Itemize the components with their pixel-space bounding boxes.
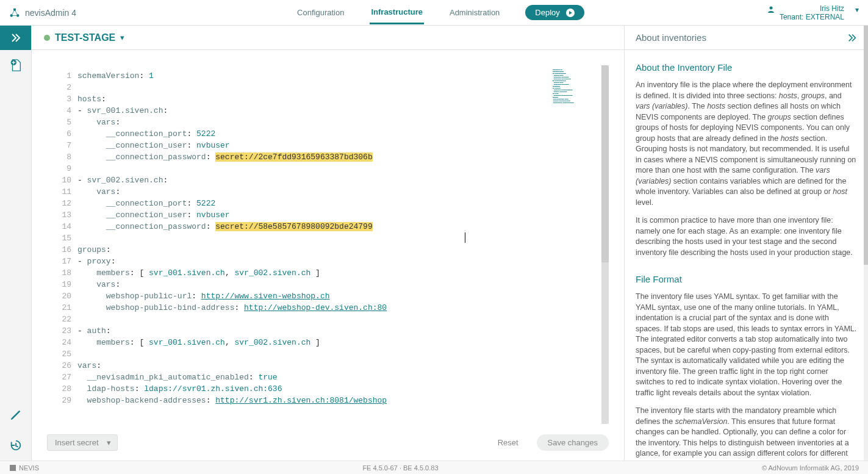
help-p3: The inventory file uses YAML syntax. To … (636, 292, 857, 398)
nav-infrastructure[interactable]: Infrastructure (370, 1, 424, 24)
inventory-tab[interactable]: TEST-STAGE (55, 32, 115, 43)
code-line[interactable]: __connection_user: nvbuser (77, 209, 548, 221)
help-p1: An inventory file is the place where the… (636, 80, 857, 208)
chevron-down-icon: ▾ (855, 5, 859, 14)
help-title: About inventories (636, 32, 706, 43)
footer-brand: NEVIS (9, 464, 39, 472)
chevron-right-double-icon[interactable] (847, 33, 857, 43)
reset-button[interactable]: Reset (489, 434, 527, 451)
code-line[interactable]: vars: (77, 117, 548, 128)
footer: NEVIS FE 4.5.0-67 · BE 4.5.0.83 © AdNovu… (0, 461, 868, 474)
minimap[interactable]: ▬▬▬▬ ▬▬▬▬▬▬▬▬ ▬▬▬▬▬▬ ▬▬▬ ▬▬ ▬▬▬▬ ▬▬▬▬ ▬▬… (548, 65, 609, 424)
code-line[interactable]: webshop-backend-addresses: http://svr1.z… (77, 395, 548, 406)
editor-action-bar: Insert secret Reset Save changes (32, 424, 624, 461)
nav-administration[interactable]: Administration (448, 2, 501, 23)
code-line[interactable]: __connection_user: nvbuser (77, 140, 548, 151)
code-line[interactable]: __connection_port: 5222 (77, 198, 548, 209)
logo-cluster: nevisAdmin 4 (9, 7, 113, 18)
line-gutter: 1234567891011121314151617181920212223242… (47, 65, 77, 424)
scroll-thumb[interactable] (864, 26, 868, 265)
code-line[interactable]: schemaVersion: 1 (77, 70, 548, 82)
code-line[interactable]: members: [ svr_001.siven.ch, svr_002.siv… (77, 337, 548, 348)
app-name: nevisAdmin 4 (25, 8, 76, 18)
code-content[interactable]: schemaVersion: 1hosts:- svr_001.siven.ch… (77, 65, 548, 424)
code-line[interactable]: vars: (77, 186, 548, 198)
primary-nav: Configuration Infrastructure Administrat… (113, 1, 767, 24)
page-scrollbar[interactable] (864, 26, 868, 461)
help-p2: It is common practice to have more than … (636, 215, 857, 258)
insert-secret-dropdown[interactable]: Insert secret (47, 434, 118, 451)
help-p4: The inventory file starts with the manda… (636, 406, 857, 461)
person-icon (767, 5, 775, 13)
code-line[interactable] (77, 314, 548, 325)
code-line[interactable]: - proxy: (77, 256, 548, 267)
pencil-icon (9, 408, 23, 422)
code-line[interactable]: webshop-public-url: http://www.siven-web… (77, 290, 548, 302)
nav-configuration[interactable]: Configuration (296, 2, 345, 23)
code-line[interactable]: members: [ svr_001.siven.ch, svr_002.siv… (77, 267, 548, 279)
help-h1: About the Inventory File (636, 61, 857, 74)
user-name: Iris Hitz (780, 4, 844, 13)
chevron-down-icon[interactable]: ▾ (120, 33, 124, 42)
code-line[interactable]: groups: (77, 244, 548, 256)
center-column: TEST-STAGE ▾ 123456789101112131415161718… (32, 26, 624, 461)
svg-point-3 (769, 6, 772, 9)
help-body: About the Inventory File An inventory fi… (625, 50, 868, 461)
user-tenant: Tenant: EXTERNAL (780, 13, 844, 21)
code-line[interactable] (77, 163, 548, 174)
code-line[interactable]: __connection_password: secret://58e58576… (77, 221, 548, 232)
minimap-preview: ▬▬▬▬ ▬▬▬▬▬▬▬▬ ▬▬▬▬▬▬ ▬▬▬ ▬▬ ▬▬▬▬ ▬▬▬▬ ▬▬… (553, 69, 604, 106)
text-cursor-icon (465, 232, 465, 243)
header: nevisAdmin 4 Configuration Infrastructur… (0, 0, 868, 26)
code-line[interactable]: hosts: (77, 93, 548, 105)
expand-rail-button[interactable] (0, 26, 31, 50)
footer-copyright: © AdNovum Informatik AG, 2019 (762, 464, 859, 472)
help-panel: About inventories About the Inventory Fi… (624, 26, 868, 461)
chevron-right-double-icon (10, 32, 21, 43)
brand-icon (9, 464, 16, 472)
main: TEST-STAGE ▾ 123456789101112131415161718… (0, 26, 868, 461)
deploy-button[interactable]: Deploy (525, 5, 584, 20)
code-line[interactable] (77, 232, 548, 244)
deploy-label: Deploy (535, 8, 559, 17)
code-line[interactable]: webshop-public-bind-address: http://webs… (77, 302, 548, 314)
help-h2: File Format (636, 273, 857, 285)
code-line[interactable]: vars: (77, 279, 548, 290)
minimap-scrollbar[interactable] (601, 65, 609, 262)
minimap-scrollbar-track[interactable] (601, 262, 609, 424)
code-line[interactable]: __nevisadmin_pki_automatic_enabled: true (77, 372, 548, 383)
file-plus-icon (9, 59, 23, 72)
code-line[interactable] (77, 348, 548, 360)
code-editor[interactable]: 1234567891011121314151617181920212223242… (47, 65, 609, 424)
nodes-icon (9, 7, 20, 18)
inventory-tab-bar: TEST-STAGE ▾ (32, 26, 624, 50)
save-changes-button[interactable]: Save changes (537, 434, 609, 451)
code-line[interactable] (77, 82, 548, 93)
code-line[interactable]: ldap-hosts: ldaps://svr01.zh.siven.ch:63… (77, 383, 548, 395)
code-line[interactable]: __connection_port: 5222 (77, 128, 548, 140)
user-menu[interactable]: Iris Hitz Tenant: EXTERNAL ▾ (767, 4, 859, 21)
code-line[interactable]: - svr_002.siven.ch: (77, 174, 548, 186)
code-line[interactable]: - svr_001.siven.ch: (77, 105, 548, 117)
footer-version: FE 4.5.0-67 · BE 4.5.0.83 (39, 464, 762, 472)
code-line[interactable]: __connection_password: secret://2ce7fdd9… (77, 151, 548, 163)
edit-button[interactable] (0, 400, 31, 430)
svg-rect-5 (10, 465, 16, 471)
help-header: About inventories (625, 26, 868, 50)
add-file-button[interactable] (0, 50, 31, 81)
status-dot-icon (44, 35, 50, 41)
left-rail (0, 26, 32, 461)
code-line[interactable]: vars: (77, 360, 548, 372)
history-button[interactable] (0, 430, 31, 461)
play-icon (566, 9, 575, 17)
editor-area: 1234567891011121314151617181920212223242… (32, 50, 624, 424)
history-icon (9, 439, 23, 452)
code-line[interactable]: - auth: (77, 325, 548, 337)
